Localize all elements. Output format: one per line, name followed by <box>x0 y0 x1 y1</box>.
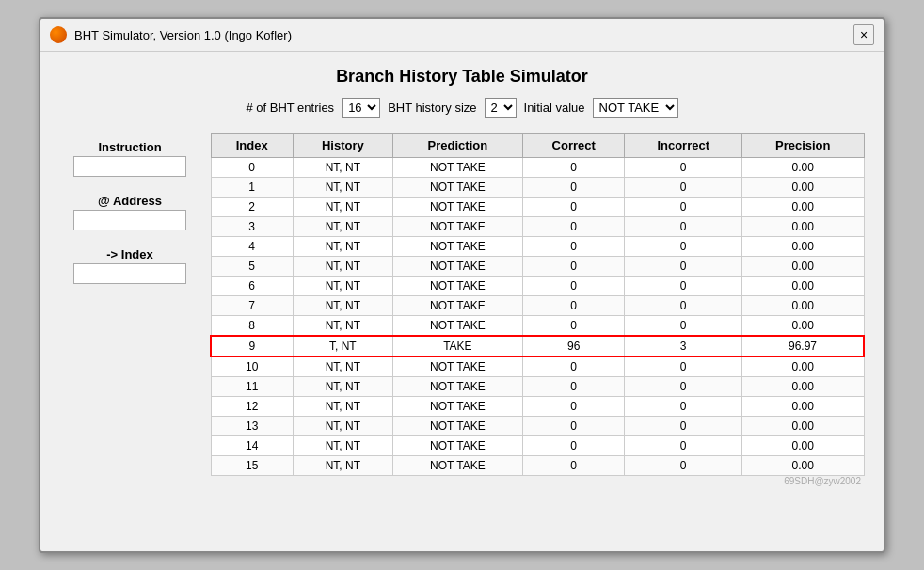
cell-index: 0 <box>211 158 293 178</box>
cell-index: 8 <box>211 316 293 337</box>
cell-index: 7 <box>211 296 293 316</box>
cell-incorrect: 0 <box>625 178 742 198</box>
col-header-index: Index <box>211 134 293 158</box>
cell-prediction: NOT TAKE <box>392 296 522 316</box>
cell-incorrect: 0 <box>625 316 742 337</box>
col-header-incorrect: Incorrect <box>625 134 742 158</box>
cell-prediction: NOT TAKE <box>392 417 522 436</box>
cell-correct: 0 <box>522 316 624 337</box>
cell-correct: 0 <box>522 436 624 456</box>
bht-table: Index History Prediction Correct Incorre… <box>210 133 865 476</box>
cell-prediction: NOT TAKE <box>392 178 522 198</box>
cell-index: 9 <box>211 336 293 356</box>
left-panel: Instruction @ Address -> Index <box>59 133 210 488</box>
cell-precision: 96.97 <box>741 336 864 356</box>
table-row: 3NT, NTNOT TAKE000.00 <box>211 217 864 237</box>
cell-precision: 0.00 <box>741 257 864 277</box>
table-row: 14NT, NTNOT TAKE000.00 <box>211 436 864 456</box>
table-row: 8NT, NTNOT TAKE000.00 <box>211 316 864 337</box>
cell-correct: 0 <box>522 377 624 397</box>
cell-prediction: NOT TAKE <box>392 397 522 417</box>
cell-prediction: NOT TAKE <box>392 277 522 296</box>
cell-incorrect: 0 <box>625 417 742 436</box>
instruction-input[interactable] <box>73 156 186 177</box>
cell-history: NT, NT <box>293 296 392 316</box>
cell-correct: 0 <box>522 397 624 417</box>
cell-index: 1 <box>211 178 293 198</box>
table-row: 9T, NTTAKE96396.97 <box>211 336 864 356</box>
cell-incorrect: 0 <box>625 296 742 316</box>
cell-correct: 0 <box>522 217 624 237</box>
cell-index: 3 <box>211 217 293 237</box>
cell-index: 13 <box>211 417 293 436</box>
cell-history: NT, NT <box>293 158 392 178</box>
page-title: Branch History Table Simulator <box>40 52 884 98</box>
bht-entries-label: # of BHT entries <box>246 101 334 115</box>
index-section: -> Index <box>59 247 200 284</box>
col-header-precision: Precision <box>741 134 864 158</box>
cell-incorrect: 0 <box>625 397 742 417</box>
index-label: -> Index <box>59 247 200 261</box>
cell-index: 15 <box>211 456 293 476</box>
cell-precision: 0.00 <box>741 456 864 476</box>
watermark: 69SDH@zyw2002 <box>210 476 865 488</box>
table-container: Index History Prediction Correct Incorre… <box>210 133 865 488</box>
cell-incorrect: 0 <box>625 277 742 296</box>
cell-prediction: NOT TAKE <box>392 158 522 178</box>
table-row: 2NT, NTNOT TAKE000.00 <box>211 198 864 217</box>
cell-precision: 0.00 <box>741 417 864 436</box>
initial-value-select[interactable]: NOT TAKE <box>593 98 678 118</box>
content-area: Instruction @ Address -> Index Index His… <box>40 133 884 503</box>
address-label: @ Address <box>59 194 200 208</box>
table-body: 0NT, NTNOT TAKE000.001NT, NTNOT TAKE000.… <box>211 158 864 476</box>
cell-incorrect: 0 <box>625 217 742 237</box>
table-row: 5NT, NTNOT TAKE000.00 <box>211 257 864 277</box>
cell-prediction: NOT TAKE <box>392 198 522 217</box>
table-row: 7NT, NTNOT TAKE000.00 <box>211 296 864 316</box>
cell-index: 2 <box>211 198 293 217</box>
cell-prediction: TAKE <box>392 336 522 356</box>
bht-history-select[interactable]: 2 <box>485 98 517 118</box>
address-input[interactable] <box>73 210 186 230</box>
col-header-history: History <box>293 134 392 158</box>
cell-precision: 0.00 <box>741 316 864 337</box>
cell-correct: 0 <box>522 257 624 277</box>
cell-history: NT, NT <box>293 257 392 277</box>
cell-correct: 0 <box>522 158 624 178</box>
cell-incorrect: 0 <box>625 456 742 476</box>
cell-incorrect: 0 <box>625 436 742 456</box>
cell-prediction: NOT TAKE <box>392 377 522 397</box>
cell-precision: 0.00 <box>741 217 864 237</box>
cell-index: 4 <box>211 237 293 257</box>
col-header-prediction: Prediction <box>392 134 522 158</box>
table-header-row: Index History Prediction Correct Incorre… <box>211 134 864 158</box>
cell-incorrect: 3 <box>625 336 742 356</box>
cell-correct: 96 <box>522 336 624 356</box>
cell-precision: 0.00 <box>741 436 864 456</box>
instruction-label: Instruction <box>59 140 200 154</box>
cell-precision: 0.00 <box>741 296 864 316</box>
cell-correct: 0 <box>522 456 624 476</box>
cell-history: NT, NT <box>293 356 392 377</box>
bht-entries-select[interactable]: 16 <box>342 98 380 118</box>
cell-index: 11 <box>211 377 293 397</box>
app-icon <box>50 26 67 43</box>
cell-prediction: NOT TAKE <box>392 456 522 476</box>
table-row: 0NT, NTNOT TAKE000.00 <box>211 158 864 178</box>
col-header-correct: Correct <box>522 134 624 158</box>
cell-correct: 0 <box>522 237 624 257</box>
cell-history: T, NT <box>293 336 392 356</box>
table-row: 12NT, NTNOT TAKE000.00 <box>211 397 864 417</box>
titlebar: BHT Simulator, Version 1.0 (Ingo Kofler)… <box>40 19 884 52</box>
controls-bar: # of BHT entries 16 BHT history size 2 I… <box>40 98 884 118</box>
table-row: 15NT, NTNOT TAKE000.00 <box>211 456 864 476</box>
close-button[interactable]: × <box>853 24 874 45</box>
table-row: 1NT, NTNOT TAKE000.00 <box>211 178 864 198</box>
table-row: 11NT, NTNOT TAKE000.00 <box>211 377 864 397</box>
cell-prediction: NOT TAKE <box>392 436 522 456</box>
cell-history: NT, NT <box>293 436 392 456</box>
table-row: 13NT, NTNOT TAKE000.00 <box>211 417 864 436</box>
index-input[interactable] <box>73 263 186 284</box>
cell-correct: 0 <box>522 198 624 217</box>
cell-index: 10 <box>211 356 293 377</box>
